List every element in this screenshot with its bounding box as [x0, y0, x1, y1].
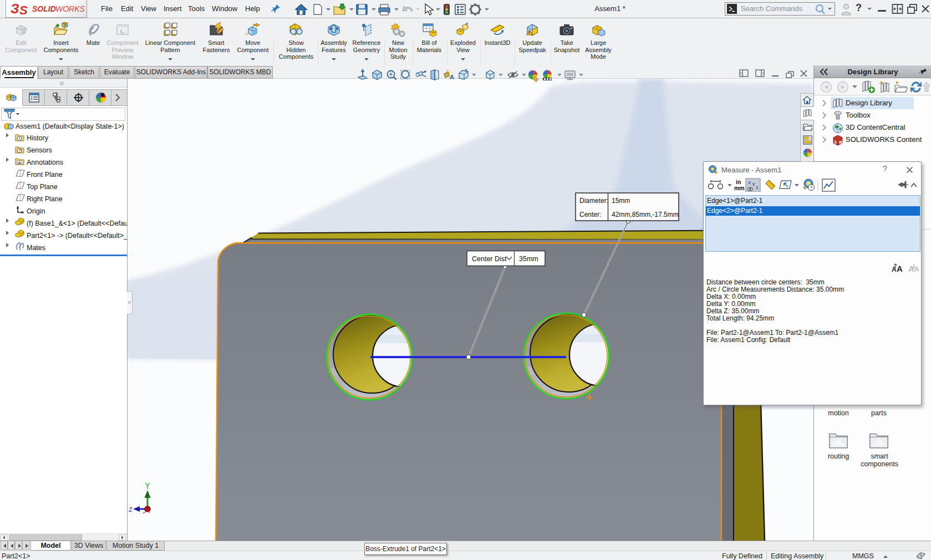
svg-text:S: S	[19, 3, 28, 17]
svg-text:42mm,85mm,-17.5mm: 42mm,85mm,-17.5mm	[612, 211, 679, 218]
svg-text:Top Plane: Top Plane	[27, 183, 58, 191]
svg-text:W: W	[839, 140, 843, 144]
svg-text:S: S	[835, 140, 837, 144]
svg-text:Center Dist: Center Dist	[472, 255, 507, 263]
svg-text:Center:: Center:	[579, 211, 601, 218]
svg-text:Part2<1> -> (Default<<Default>: Part2<1> -> (Default<<Default>_	[27, 232, 127, 240]
svg-text:Y: Y	[752, 182, 755, 187]
svg-text:Diameter:: Diameter:	[579, 197, 608, 205]
svg-text:SOLID: SOLID	[32, 4, 56, 13]
svg-text:!: !	[528, 30, 530, 35]
svg-text:A: A	[450, 74, 454, 80]
svg-text:mm: mm	[734, 185, 745, 191]
svg-text:A: A	[18, 160, 21, 165]
svg-text:x: x	[748, 180, 751, 185]
svg-text:Origin: Origin	[27, 207, 45, 215]
svg-text:z: z	[756, 185, 759, 190]
svg-text:15mm: 15mm	[612, 197, 630, 205]
svg-text:WORKS: WORKS	[55, 4, 85, 13]
svg-text:35mm: 35mm	[519, 255, 538, 263]
svg-text:History: History	[27, 134, 49, 142]
svg-text:(f) Base1_&<1> (Default<<Defau: (f) Base1_&<1> (Default<<Defaul	[27, 220, 127, 227]
svg-text:A: A	[892, 266, 897, 273]
svg-text:Sensors: Sensors	[27, 146, 52, 154]
svg-text:A: A	[897, 264, 903, 273]
svg-text:A: A	[908, 264, 914, 273]
svg-text:A: A	[914, 266, 919, 273]
svg-text:Mates: Mates	[27, 244, 45, 252]
svg-text:Front Plane: Front Plane	[27, 171, 63, 179]
svg-text:Right Plane: Right Plane	[27, 195, 63, 203]
svg-text:Assem1 (Default<Display State: Assem1 (Default<Display State-1>)	[16, 123, 124, 130]
svg-text:З: З	[11, 1, 19, 16]
svg-text:Z: Z	[129, 506, 133, 513]
svg-text:Annotations: Annotations	[27, 159, 63, 166]
